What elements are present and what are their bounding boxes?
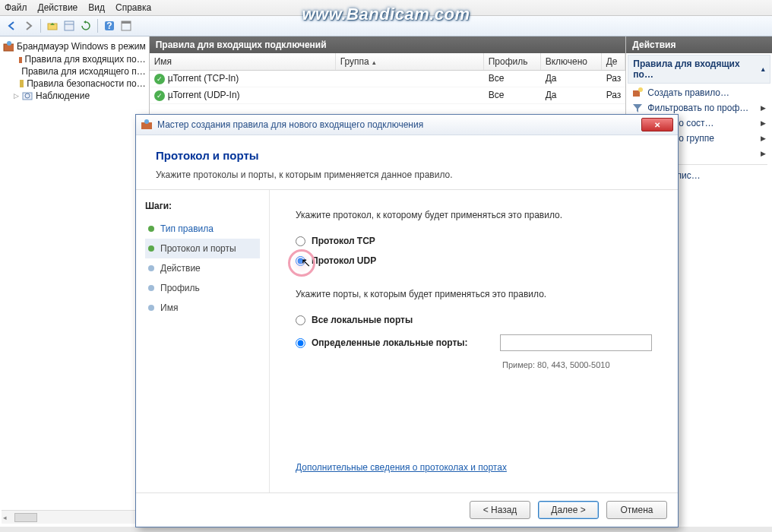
wizard-titlebar[interactable]: Мастер создания правила для нового входя…	[136, 115, 678, 135]
col-action[interactable]: Де	[602, 53, 626, 70]
check-icon: ✓	[154, 90, 165, 101]
step-label: Протокол и порты	[160, 243, 236, 254]
radio-tcp-label: Протокол TCP	[312, 236, 375, 246]
properties-icon[interactable]	[62, 18, 77, 33]
svg-rect-10	[19, 57, 22, 63]
wizard-subheading: Укажите протоколы и порты, к которым при…	[156, 169, 658, 180]
protocol-prompt: Укажите протокол, к которому будет приме…	[296, 210, 652, 220]
table-row[interactable]: ✓µTorrent (TCP-In) Все Да Раз	[150, 71, 626, 87]
ports-input[interactable]	[500, 334, 652, 351]
monitoring-icon	[22, 90, 33, 101]
wizard-content: Укажите протокол, к которому будет приме…	[270, 190, 678, 492]
tree-inbound-label: Правила для входящих по…	[25, 54, 146, 65]
wizard-heading: Протокол и порты	[156, 149, 658, 162]
tree-security[interactable]: Правила безопасности по…	[2, 78, 147, 90]
expand-icon[interactable]: ▷	[14, 92, 19, 100]
radio-all-ports-row[interactable]: Все локальные порты	[296, 315, 652, 325]
rule-name: µTorrent (UDP-In)	[168, 90, 240, 100]
step-protocol[interactable]: Протокол и порты	[145, 239, 260, 258]
step-label: Действие	[160, 263, 201, 274]
svg-rect-6	[122, 21, 131, 24]
col-group[interactable]: Группа	[336, 53, 484, 70]
tree-root[interactable]: Брандмауэр Windows в режим	[2, 40, 147, 53]
radio-tcp-row[interactable]: Протокол TCP	[296, 236, 652, 246]
steps-label: Шаги:	[145, 201, 260, 211]
actions-section-label: Правила для входящих по…	[633, 59, 761, 80]
cancel-button[interactable]: Отмена	[606, 501, 667, 519]
tree-security-label: Правила безопасности по…	[27, 78, 145, 89]
radio-udp[interactable]	[296, 256, 305, 266]
menu-help[interactable]: Справка	[115, 2, 151, 13]
rule-action: Раз	[602, 87, 626, 103]
step-action[interactable]: Действие	[145, 258, 260, 278]
col-profile[interactable]: Профиль	[484, 53, 541, 70]
forward-icon[interactable]	[21, 18, 36, 33]
tree-outbound-label: Правила для исходящего п…	[21, 66, 145, 77]
svg-point-9	[7, 41, 11, 46]
radio-udp-label: Протокол UDP	[312, 255, 376, 266]
table-row[interactable]: ✓µTorrent (UDP-In) Все Да Раз	[150, 87, 626, 104]
wizard-footer: < Назад Далее > Отмена	[136, 492, 678, 527]
radio-tcp[interactable]	[296, 236, 305, 246]
ports-example: Пример: 80, 443, 5000-5010	[502, 360, 652, 369]
radio-specific-ports-row[interactable]: Определенные локальные порты:	[296, 334, 652, 351]
next-button[interactable]: Далее >	[538, 501, 599, 519]
menu-file[interactable]: Файл	[5, 2, 27, 13]
rule-action: Раз	[602, 71, 626, 87]
table-header: Имя Группа Профиль Включено Де	[150, 53, 626, 71]
help-icon[interactable]: ?	[102, 18, 117, 33]
filter-icon	[632, 103, 643, 113]
window-icon[interactable]	[119, 18, 134, 33]
action-label: Создать правило…	[647, 87, 729, 98]
svg-point-18	[144, 119, 149, 124]
svg-text:?: ?	[106, 21, 112, 31]
rule-name: µTorrent (TCP-In)	[168, 73, 239, 84]
tree-monitoring-label: Наблюдение	[36, 90, 90, 101]
action-label: Фильтровать по проф…	[647, 103, 748, 113]
tree-outbound[interactable]: Правила для исходящего п…	[2, 65, 147, 78]
refresh-icon[interactable]	[78, 18, 93, 33]
action-create-rule[interactable]: Создать правило…	[626, 85, 772, 100]
radio-specific-ports[interactable]	[296, 338, 305, 348]
tree-hscroll[interactable]: ◂	[2, 510, 147, 524]
rule-profile: Все	[484, 71, 541, 87]
svg-rect-12	[20, 80, 24, 87]
menu-view[interactable]: Вид	[88, 2, 105, 13]
security-icon	[18, 78, 24, 89]
step-link[interactable]: Тип правила	[160, 223, 214, 234]
menu-action[interactable]: Действие	[38, 2, 78, 13]
wizard-title: Мастер создания правила для нового входя…	[157, 119, 637, 130]
actions-header: Действия	[626, 36, 772, 53]
rule-profile: Все	[484, 87, 541, 103]
tree-monitoring[interactable]: ▷ Наблюдение	[2, 90, 147, 102]
svg-rect-15	[633, 90, 640, 97]
back-icon[interactable]	[5, 18, 20, 33]
tree-inbound[interactable]: Правила для входящих по…	[2, 53, 147, 65]
col-name[interactable]: Имя	[150, 53, 336, 70]
radio-all-ports[interactable]	[296, 315, 305, 325]
firewall-icon	[141, 119, 153, 131]
back-button[interactable]: < Назад	[470, 501, 530, 519]
ports-prompt: Укажите порты, к которым будет применять…	[296, 289, 652, 299]
action-filter-profile[interactable]: Фильтровать по проф… ▶	[626, 100, 772, 116]
watermark: www.Bandicam.com	[302, 5, 470, 24]
rules-title: Правила для входящих подключений	[150, 36, 626, 53]
step-type[interactable]: Тип правила	[145, 219, 260, 239]
chevron-right-icon: ▶	[761, 104, 766, 112]
radio-udp-row[interactable]: Протокол UDP	[296, 255, 652, 266]
close-button[interactable]: ✕	[641, 118, 673, 131]
inbound-icon	[18, 54, 22, 65]
collapse-icon[interactable]: ▴	[761, 65, 765, 73]
up-folder-icon[interactable]	[45, 18, 60, 33]
svg-rect-1	[65, 21, 74, 30]
rule-enabled: Да	[541, 87, 602, 103]
svg-point-16	[638, 87, 643, 92]
chevron-right-icon: ▶	[761, 119, 766, 127]
check-icon: ✓	[154, 74, 165, 84]
rule-group	[336, 87, 484, 103]
col-enabled[interactable]: Включено	[541, 53, 602, 70]
actions-section[interactable]: Правила для входящих по… ▴	[628, 55, 770, 84]
step-name[interactable]: Имя	[145, 298, 260, 318]
learn-more-link[interactable]: Дополнительные сведения о протоколах и п…	[296, 462, 652, 473]
step-profile[interactable]: Профиль	[145, 278, 260, 298]
